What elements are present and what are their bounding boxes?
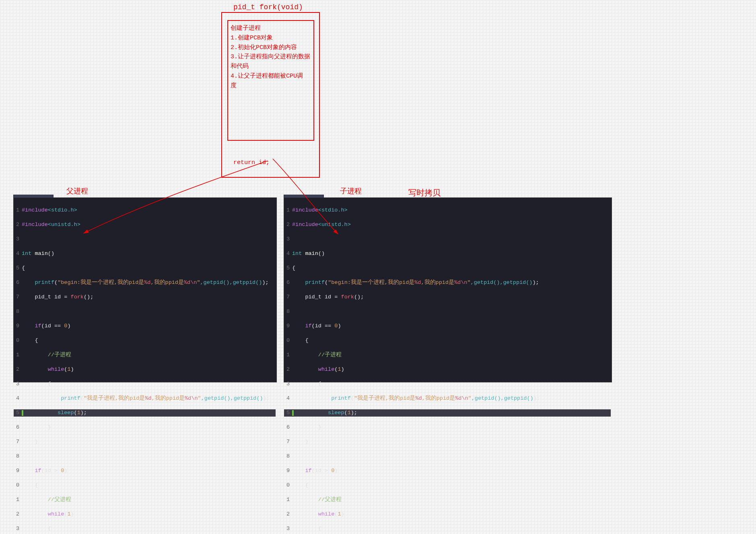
- fork-step-3b: 和代码: [231, 62, 311, 71]
- diagram-title: pid_t fork(void): [233, 3, 303, 11]
- code-pane-parent: 1#include<stdio.h> 2#include<unistd.h> 3…: [13, 197, 277, 382]
- cow-label: 写时拷贝: [408, 187, 441, 198]
- parent-label: 父进程: [66, 186, 88, 196]
- code-pane-child: 1#include<stdio.h> 2#include<unistd.h> 3…: [284, 197, 612, 382]
- child-label: 子进程: [340, 186, 362, 196]
- fork-step-4: 4.让父子进程都能被CPU调: [231, 72, 311, 81]
- fork-inner-box: 创建子进程 1.创建PCB对象 2.初始化PCB对象的内容 3.让子进程指向父进…: [227, 20, 314, 141]
- fork-step-3: 3.让子进程指向父进程的数据: [231, 53, 311, 62]
- fork-step-4b: 度: [231, 82, 311, 90]
- fork-step-1: 1.创建PCB对象: [231, 34, 311, 43]
- fork-step-2: 2.初始化PCB对象的内容: [231, 43, 311, 52]
- return-statement: return id;: [233, 159, 270, 166]
- fork-step-heading: 创建子进程: [231, 24, 311, 33]
